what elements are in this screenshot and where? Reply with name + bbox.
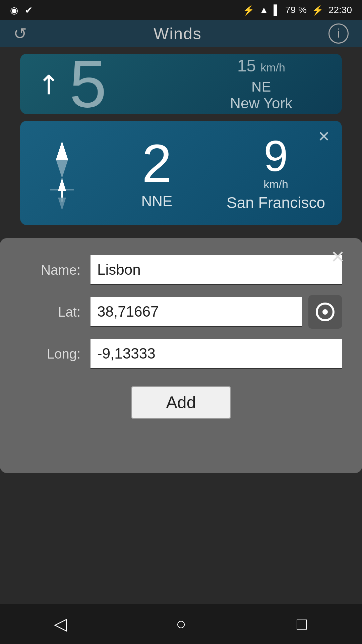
location-dialog: ✕ Name: Lat: Long: Add: [0, 238, 362, 473]
dialog-close-button[interactable]: ✕: [330, 248, 345, 266]
circle-icon: ◉: [10, 5, 18, 16]
wind-main-number: 2: [87, 137, 227, 190]
wind-arrow-top: [49, 141, 75, 175]
wind-speed-unit: km/h: [227, 178, 325, 191]
battery-text: 79 %: [285, 5, 307, 15]
wind-card-sanfrancisco: ✕: [20, 121, 342, 225]
wifi-icon: ▲: [259, 5, 269, 15]
nav-home-button[interactable]: [164, 610, 198, 637]
wind-arrow-bottom: [52, 178, 72, 205]
navigation-bar: [0, 604, 362, 644]
wind-data-number: 2 NNE: [87, 137, 227, 210]
wind-city-name: San Francisco: [227, 194, 325, 212]
bluetooth-icon: ⚡: [243, 5, 254, 16]
gps-location-icon: [316, 303, 335, 321]
refresh-icon[interactable]: ↺: [13, 24, 27, 43]
wind-number-1: 5: [69, 57, 107, 111]
long-input[interactable]: [90, 339, 342, 369]
add-button[interactable]: Add: [131, 386, 231, 419]
status-left-icons: ◉ ✔: [10, 5, 33, 16]
wind-direction-arrow-1: ↗: [29, 65, 67, 103]
wind-city-1: New York: [197, 95, 325, 112]
wind-speed-data: 9 km/h San Francisco: [227, 134, 325, 212]
card-close-button[interactable]: ✕: [318, 129, 330, 144]
wind-card-newyork: ↗ 5 15 km/h NE New York: [20, 54, 342, 114]
status-bar: ◉ ✔ ⚡ ▲ ▌ 79 % ⚡ 22:30: [0, 0, 362, 20]
wind-main-direction: NNE: [87, 193, 227, 210]
wind-icons-col: [37, 141, 87, 205]
lat-label: Lat:: [20, 305, 80, 320]
long-row: Long:: [20, 339, 342, 369]
check-icon: ✔: [25, 5, 33, 16]
app-header: ↺ Winds i: [0, 20, 362, 47]
wind-speed-1: 15 km/h: [197, 56, 325, 75]
name-input[interactable]: [90, 255, 342, 285]
gps-button[interactable]: [308, 295, 342, 329]
lat-row: Lat:: [20, 295, 342, 329]
info-icon[interactable]: i: [328, 23, 349, 44]
nav-back-button[interactable]: [44, 610, 77, 637]
name-label: Name:: [20, 263, 80, 278]
wind-dir-1: NE: [197, 79, 325, 95]
lat-input[interactable]: [90, 297, 302, 327]
wind-speed-value: 9: [227, 134, 325, 178]
time-display: 22:30: [328, 5, 352, 15]
charging-icon: ⚡: [312, 5, 323, 16]
nav-recents-button[interactable]: [285, 610, 318, 637]
signal-icon: ▌: [274, 5, 280, 15]
name-row: Name:: [20, 255, 342, 285]
long-label: Long:: [20, 346, 80, 362]
app-title: Winds: [154, 24, 201, 43]
status-right-icons: ⚡ ▲ ▌ 79 % ⚡ 22:30: [243, 5, 352, 16]
